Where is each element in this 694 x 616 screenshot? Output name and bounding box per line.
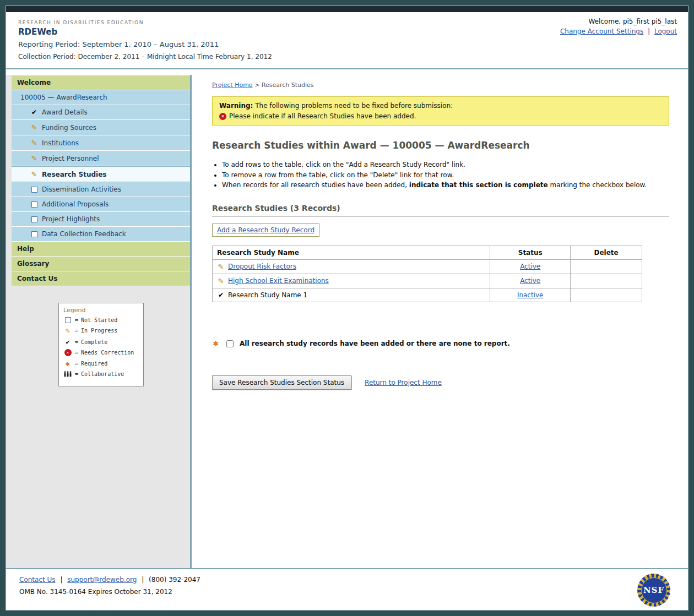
confirm-label: All research study records have been add…	[240, 340, 510, 347]
legend-label: Needs Correction	[81, 350, 134, 356]
sidebar-item-institutions[interactable]: ✎ Institutions	[12, 135, 190, 151]
change-account-settings-link[interactable]: Change Account Settings	[560, 28, 643, 35]
breadcrumb-separator: >	[254, 81, 259, 89]
reporting-period: Reporting Period: September 1, 2010 – Au…	[18, 40, 678, 48]
sidebar-nav: Welcome 100005 — AwardResearch ✔ Award D…	[12, 75, 190, 286]
warning-text: The following problems need to be fixed …	[253, 102, 453, 110]
instructions-list: To add rows to the table, click on the "…	[222, 160, 669, 190]
sidebar-item-award[interactable]: 100005 — AwardResearch	[12, 90, 190, 105]
not-started-icon	[63, 317, 72, 323]
study-name-link[interactable]: Dropout Risk Factors	[228, 263, 296, 270]
legend-item-required: ✱ = Required	[63, 359, 139, 368]
logout-link[interactable]: Logout	[654, 28, 677, 35]
sidebar-item-funding-sources[interactable]: ✎ Funding Sources	[12, 120, 190, 135]
sidebar-item-additional-proposals[interactable]: Additional Proposals	[12, 197, 190, 212]
footer: Contact Us | support@rdeweb.org | (800) …	[6, 568, 688, 610]
nsf-logo: NSF	[637, 574, 670, 607]
in-progress-icon: ✎	[30, 139, 38, 147]
legend-item-in-progress: ✎ = In Progress	[63, 326, 139, 335]
status-link[interactable]: Inactive	[517, 291, 544, 299]
add-record-box: Add a Research Study Record	[212, 223, 319, 237]
sidebar-item-welcome[interactable]: Welcome	[12, 75, 190, 90]
page-title: Research Studies within Award — 100005 —…	[212, 140, 669, 151]
needs-correction-icon: ✕	[64, 349, 72, 356]
add-research-study-record-link[interactable]: Add a Research Study Record	[217, 226, 315, 234]
column-header-status: Status	[490, 246, 571, 259]
sidebar-item-research-studies[interactable]: ✎ Research Studies	[12, 166, 190, 182]
sidebar-item-label: Project Highlights	[42, 215, 100, 223]
welcome-text: Welcome, pi5_first pi5_last	[560, 18, 677, 25]
required-icon: ✱	[212, 340, 220, 348]
complete-icon: ✔	[217, 291, 225, 299]
warning-message: Warning: The following problems need to …	[219, 102, 662, 110]
section-complete-checkbox[interactable]	[226, 340, 234, 347]
sidebar: Welcome 100005 — AwardResearch ✔ Award D…	[6, 75, 192, 568]
warning-box: Warning: The following problems need to …	[212, 96, 669, 126]
table-header-row: Research Study Name Status Delete	[213, 246, 642, 259]
legend-item-collaborative: = Collaborative	[63, 371, 139, 377]
save-section-status-button[interactable]: Save Research Studies Section Status	[212, 375, 351, 390]
sidebar-item-data-collection-feedback[interactable]: Data Collection Feedback	[12, 227, 190, 242]
not-started-icon	[30, 231, 38, 237]
table-row: ✎ Dropout Risk Factors Active	[213, 259, 642, 274]
instruction-text: marking the checkbox below.	[548, 181, 647, 189]
legend: Legend = Not Started ✎ = In Progress ✔ =…	[58, 303, 144, 386]
legend-label: Complete	[81, 339, 107, 345]
footer-email-link[interactable]: support@rdeweb.org	[67, 576, 137, 584]
collaborative-icon	[63, 371, 72, 377]
actions-row: Save Research Studies Section Status Ret…	[212, 375, 669, 390]
footer-contact-us-link[interactable]: Contact Us	[19, 576, 56, 584]
sidebar-item-label: Data Collection Feedback	[42, 230, 126, 238]
sidebar-item-label: Project Personnel	[42, 155, 99, 162]
legend-equals: =	[75, 317, 78, 323]
return-to-project-home-link[interactable]: Return to Project Home	[365, 379, 442, 386]
legend-label: Not Started	[81, 317, 117, 323]
page: RESEARCH IN DISABILITIES EDUCATION RDEWe…	[6, 6, 688, 610]
warning-detail: Please indicate if all Research Studies …	[229, 112, 416, 120]
sidebar-item-dissemination-activities[interactable]: Dissemination Activities	[12, 182, 190, 197]
header: RESEARCH IN DISABILITIES EDUCATION RDEWe…	[6, 12, 688, 69]
instruction-text: When records for all research studies ha…	[222, 181, 409, 189]
main-content: Project Home > Research Studies Warning:…	[192, 75, 688, 568]
legend-label: Required	[81, 361, 107, 367]
required-icon: ✱	[63, 359, 72, 368]
study-name-text: Research Study Name 1	[228, 291, 307, 299]
sidebar-item-glossary[interactable]: Glossary	[12, 257, 190, 271]
legend-label: Collaborative	[81, 371, 124, 377]
legend-equals: =	[75, 339, 78, 345]
research-studies-table: Research Study Name Status Delete ✎ Drop…	[212, 246, 642, 302]
delete-cell	[571, 288, 642, 302]
sidebar-item-label: Award Details	[42, 108, 88, 116]
table-row: ✔ Research Study Name 1 Inactive	[213, 288, 642, 302]
sidebar-item-project-personnel[interactable]: ✎ Project Personnel	[12, 151, 190, 166]
instruction-item: To add rows to the table, click on the "…	[222, 160, 669, 170]
status-link[interactable]: Active	[520, 277, 540, 285]
in-progress-icon: ✎	[30, 154, 38, 162]
study-name-link[interactable]: High School Exit Examinations	[228, 277, 329, 285]
complete-icon: ✔	[63, 338, 72, 346]
legend-item-needs-correction: ✕ = Needs Correction	[63, 349, 139, 356]
warning-label: Warning:	[219, 102, 253, 110]
delete-cell	[571, 259, 642, 274]
confirm-row: ✱ All research study records have been a…	[212, 339, 669, 349]
table-row: ✎ High School Exit Examinations Active	[213, 274, 642, 288]
sidebar-item-award-details[interactable]: ✔ Award Details	[12, 105, 190, 120]
sidebar-item-help[interactable]: Help	[12, 242, 190, 257]
not-started-icon	[30, 187, 38, 193]
instruction-item: To remove a row from the table, click on…	[222, 170, 669, 181]
column-header-name: Research Study Name	[213, 246, 490, 259]
legend-equals: =	[75, 350, 78, 356]
collection-period: Collection Period: December 2, 2011 – Mi…	[18, 53, 678, 61]
legend-equals: =	[75, 328, 78, 334]
section-heading: Research Studies (3 Records)	[212, 204, 669, 217]
warning-detail-row: ✕ Please indicate if all Research Studie…	[219, 112, 662, 120]
sidebar-item-label: Funding Sources	[42, 124, 96, 132]
sidebar-item-project-highlights[interactable]: Project Highlights	[12, 212, 190, 227]
sidebar-item-label: Institutions	[42, 139, 79, 147]
breadcrumb-project-home-link[interactable]: Project Home	[212, 81, 253, 89]
not-started-icon	[30, 201, 38, 208]
sidebar-item-contact-us[interactable]: Contact Us	[12, 271, 190, 286]
status-link[interactable]: Active	[520, 263, 540, 270]
in-progress-icon: ✎	[30, 123, 38, 132]
instruction-item: When records for all research studies ha…	[222, 180, 669, 190]
